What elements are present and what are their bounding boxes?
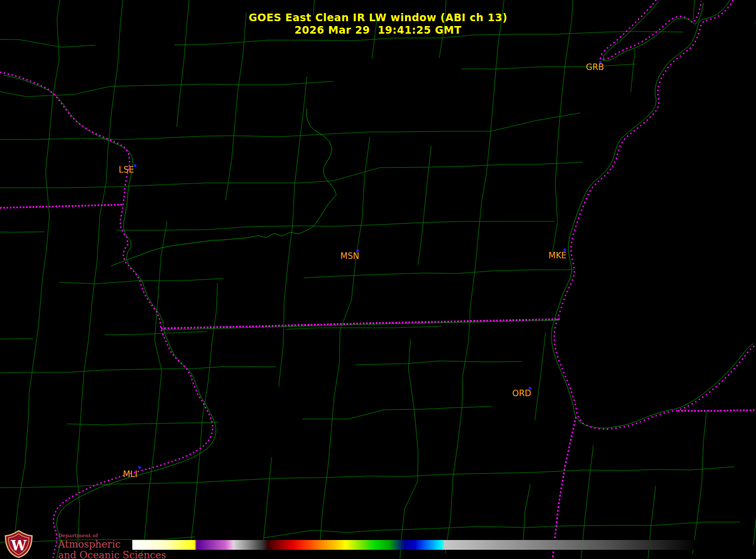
lake-michigan-shore-outline: [552, 0, 753, 428]
station-label-MSN: MSN: [341, 251, 360, 261]
green-map-features: [3, 0, 753, 559]
county-line: [226, 12, 246, 200]
county-line: [116, 221, 555, 230]
county-line: [264, 522, 740, 538]
station-markers: GRBLSEMSNMKEORDMLI: [119, 61, 604, 479]
mn-ia-border: [0, 205, 123, 208]
county-line: [279, 77, 307, 386]
in-border-east: [678, 410, 756, 411]
county-line: [319, 137, 370, 549]
county-line: [0, 162, 583, 188]
county-line: [138, 221, 167, 559]
logo-name-line1: Atmospheric: [58, 539, 166, 549]
county-line: [523, 484, 530, 549]
county-line: [303, 406, 492, 419]
county-line: [0, 366, 276, 373]
station-label-LSE: LSE: [119, 165, 134, 175]
county-line: [0, 232, 44, 232]
wisconsin-river: [111, 109, 336, 266]
ir-temperature-colorbar: [132, 540, 697, 550]
county-line: [445, 0, 506, 554]
wi-il-border-line: [161, 320, 560, 330]
county-line: [461, 64, 636, 69]
county-line: [0, 467, 734, 488]
county-line: [67, 422, 219, 425]
county-line: [14, 0, 62, 547]
county-line: [285, 326, 441, 329]
county-line: [190, 283, 217, 547]
county-line: [105, 332, 207, 335]
county-line: [535, 332, 546, 421]
county-line: [0, 81, 334, 97]
county-line: [418, 146, 431, 265]
county-line: [753, 0, 756, 545]
il-in-border: [553, 417, 576, 559]
satellite-map-viewport: GRBLSEMSNMKEORDMLI GOES East Clean IR LW…: [0, 0, 756, 559]
image-timestamp: 2026 Mar 29 19:41:25 GMT: [0, 24, 756, 36]
county-line: [553, 0, 574, 252]
county-line: [0, 39, 95, 47]
state-borders: [0, 0, 756, 559]
county-line: [76, 0, 125, 547]
logo-name-line2: and Oceanic Sciences: [58, 550, 166, 559]
station-MKE: MKE: [548, 249, 566, 261]
county-line: [262, 457, 272, 550]
county-line: [693, 410, 707, 554]
mississippi-river-outline: [3, 75, 216, 559]
lake-michigan-shore: [554, 0, 756, 429]
uw-aos-logo: W Department of Atmospheric and Oceanic …: [3, 530, 166, 559]
county-line: [0, 339, 34, 339]
station-MLI: MLI: [123, 466, 141, 479]
station-LSE: LSE: [119, 164, 137, 175]
logo-dept-label: Department of: [58, 533, 166, 538]
station-dot-MLI: [138, 466, 141, 469]
crest-letter: W: [10, 537, 27, 554]
county-boundaries: [0, 0, 756, 559]
county-line: [631, 49, 635, 92]
image-title: GOES East Clean IR LW window (ABI ch 13): [0, 11, 756, 23]
station-GRB: GRB: [586, 61, 604, 72]
station-label-MLI: MLI: [123, 469, 138, 479]
station-ORD: ORD: [512, 387, 531, 398]
station-label-ORD: ORD: [512, 389, 531, 398]
station-dot-LSE: [134, 164, 137, 167]
uw-crest-icon: W: [3, 530, 34, 558]
wi-il-border: [161, 319, 560, 328]
map-canvas: GRBLSEMSNMKEORDMLI: [0, 0, 756, 559]
station-label-GRB: GRB: [586, 62, 604, 72]
county-line: [356, 361, 522, 365]
county-line: [0, 113, 580, 139]
station-label-MKE: MKE: [548, 251, 566, 261]
county-line: [304, 270, 574, 278]
county-line: [399, 339, 418, 559]
station-MSN: MSN: [341, 250, 360, 261]
